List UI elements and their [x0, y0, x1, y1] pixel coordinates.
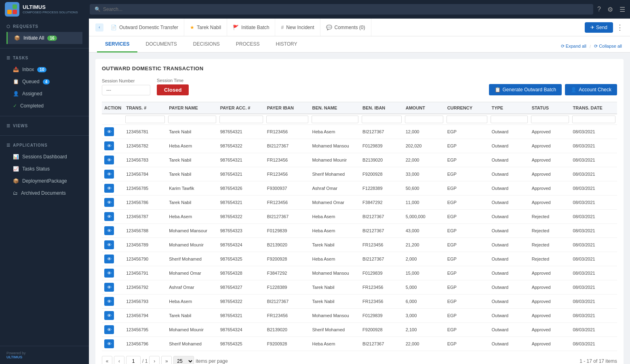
- table-row: 👁 123456787 Heba Asem 987654322 BI212736…: [102, 210, 617, 224]
- sidebar-item-deployment-package[interactable]: 📦 DeploymentPackage: [6, 175, 82, 187]
- cell-type: Outward: [489, 337, 529, 351]
- cell-trans: 123456796: [124, 337, 166, 351]
- cell-currency: EGP: [445, 295, 489, 309]
- toolbar-new-incident[interactable]: # New Incident: [275, 19, 320, 36]
- cell-payer-acc: 987654326: [218, 181, 265, 196]
- send-button[interactable]: ✈ Send: [585, 22, 613, 33]
- cell-ben-iban: F0129839: [360, 266, 403, 280]
- table-row: 👁 123456784 Tarek Nabil 987654321 FR1234…: [102, 167, 617, 181]
- sidebar-item-tasks-status[interactable]: 📈 Tasks Status: [6, 163, 82, 175]
- view-row-button[interactable]: 👁: [104, 297, 114, 306]
- sidebar-item-initiate-all[interactable]: 📦 Initiate All 16: [6, 32, 82, 44]
- sidebar-item-assigned[interactable]: 👤 Assigned: [6, 88, 82, 100]
- pagination-prev[interactable]: ‹: [114, 356, 124, 364]
- cell-amount: 202,020: [403, 139, 445, 153]
- view-row-button[interactable]: 👁: [104, 269, 114, 278]
- toolbar-comments[interactable]: 💬 Comments (0): [320, 19, 371, 36]
- cell-trans: 123456784: [124, 167, 166, 181]
- cell-trans: 123456795: [124, 323, 166, 337]
- toolbar-initiate-batch[interactable]: 🚩 Initiate Batch: [227, 19, 275, 36]
- filter-currency[interactable]: [447, 116, 488, 123]
- view-row-button[interactable]: 👁: [104, 156, 114, 164]
- content-area: ‹ 📄 Outward Domestic Transfer ★ Tarek Na…: [89, 19, 630, 364]
- tab-decisions[interactable]: DECISIONS: [185, 37, 228, 53]
- view-row-button[interactable]: 👁: [104, 240, 114, 249]
- view-row-button[interactable]: 👁: [104, 170, 114, 179]
- view-row-button[interactable]: 👁: [104, 226, 114, 235]
- view-row-button[interactable]: 👁: [104, 255, 114, 263]
- cell-trans: 123456787: [124, 210, 166, 224]
- settings-icon[interactable]: ⚙: [607, 6, 613, 13]
- sidebar-item-archived-documents[interactable]: 🗂 Archived Documents: [6, 187, 82, 199]
- col-action: ACTION: [102, 102, 124, 114]
- view-row-button[interactable]: 👁: [104, 127, 114, 136]
- tab-process[interactable]: PROCESS: [228, 37, 268, 53]
- inbox-icon: 📥: [13, 67, 19, 72]
- more-options-button[interactable]: ⋮: [616, 23, 624, 32]
- search-bar[interactable]: 🔍: [90, 4, 593, 15]
- session-number-label: Session Number: [102, 78, 150, 83]
- expand-all-link[interactable]: ⟳ Expand all: [561, 44, 586, 49]
- filter-payer-name[interactable]: [168, 116, 216, 123]
- collapse-sidebar-btn[interactable]: ‹: [95, 23, 103, 32]
- filter-type[interactable]: [491, 116, 527, 123]
- view-row-button[interactable]: 👁: [104, 283, 114, 292]
- cell-payer-name: Heba Asem: [166, 295, 217, 309]
- collapse-all-link[interactable]: ⟳ Collapse all: [594, 44, 622, 49]
- view-row-button[interactable]: 👁: [104, 339, 114, 348]
- cell-payer-acc: 987654321: [218, 125, 265, 139]
- session-number-input[interactable]: [102, 85, 150, 95]
- cell-payer-acc: 987654324: [218, 323, 265, 337]
- expand-collapse-controls: ⟳ Expand all / ⟳ Collapse all: [561, 44, 622, 49]
- view-row-button[interactable]: 👁: [104, 212, 114, 221]
- sidebar-item-sessions-dashboard[interactable]: 📊 Sessions Dashboard: [6, 151, 82, 163]
- tabs-bar: SERVICES DOCUMENTS DECISIONS PROCESS HIS…: [89, 36, 630, 53]
- sidebar-item-queued[interactable]: 📋 Queued 4: [6, 76, 82, 88]
- menu-icon[interactable]: ☰: [619, 6, 625, 13]
- filter-date[interactable]: [572, 116, 615, 123]
- filter-amount[interactable]: [405, 116, 443, 123]
- filter-ben-name[interactable]: [312, 116, 359, 123]
- per-page-select[interactable]: 25 50 100: [173, 356, 194, 364]
- views-title: ☰ VIEWS: [6, 124, 82, 128]
- generate-outward-batch-button[interactable]: 📋 Generate Outward Batch: [489, 84, 562, 95]
- cell-payer-name: Mohamed Omar: [166, 266, 217, 280]
- pagination-first[interactable]: «: [102, 356, 112, 364]
- tab-services[interactable]: SERVICES: [97, 37, 137, 53]
- cell-payer-name: Karim Tawfik: [166, 181, 217, 196]
- toolbar-tarek-nabil[interactable]: ★ Tarek Nabil: [184, 19, 227, 36]
- view-row-button[interactable]: 👁: [104, 184, 114, 193]
- cell-payer-name: Tarek Nabil: [166, 167, 217, 181]
- filter-ben-iban[interactable]: [362, 116, 402, 123]
- initiate-all-icon: 📦: [14, 35, 20, 41]
- cell-ben-name: Tarek Nabil: [310, 295, 360, 309]
- tab-history[interactable]: HISTORY: [268, 37, 306, 53]
- account-check-button[interactable]: 👤 Account Check: [565, 84, 617, 95]
- tab-documents[interactable]: DOCUMENTS: [137, 37, 185, 53]
- search-icon: 🔍: [95, 6, 101, 12]
- filter-status[interactable]: [531, 116, 569, 123]
- sidebar-item-completed[interactable]: ✓ Completed: [6, 100, 82, 112]
- filter-payer-acc[interactable]: [219, 116, 263, 123]
- pagination-next[interactable]: ›: [149, 356, 160, 364]
- help-icon[interactable]: ?: [597, 6, 601, 13]
- filter-payer-iban[interactable]: [266, 116, 308, 123]
- pagination-page-input[interactable]: [126, 356, 141, 364]
- view-row-button[interactable]: 👁: [104, 141, 114, 150]
- sidebar-item-inbox[interactable]: 📥 Inbox 10: [6, 63, 82, 76]
- view-row-button[interactable]: 👁: [104, 325, 114, 334]
- view-row-button[interactable]: 👁: [104, 198, 114, 207]
- search-input[interactable]: [103, 6, 588, 12]
- session-status-badge: Closed: [157, 84, 189, 95]
- toolbar-outward-domestic-transfer[interactable]: 📄 Outward Domestic Transfer: [105, 19, 184, 36]
- cell-payer-iban: FR123456: [265, 309, 310, 323]
- svg-rect-1: [13, 4, 17, 9]
- cell-date: 08/03/2021: [571, 224, 617, 238]
- col-type: TYPE: [489, 102, 529, 114]
- cell-status: Approved: [529, 181, 571, 196]
- cell-ben-iban: F9200928: [360, 167, 403, 181]
- filter-trans[interactable]: [125, 116, 165, 123]
- views-section: ☰ VIEWS: [0, 118, 89, 134]
- pagination-last[interactable]: »: [161, 356, 172, 364]
- view-row-button[interactable]: 👁: [104, 311, 114, 320]
